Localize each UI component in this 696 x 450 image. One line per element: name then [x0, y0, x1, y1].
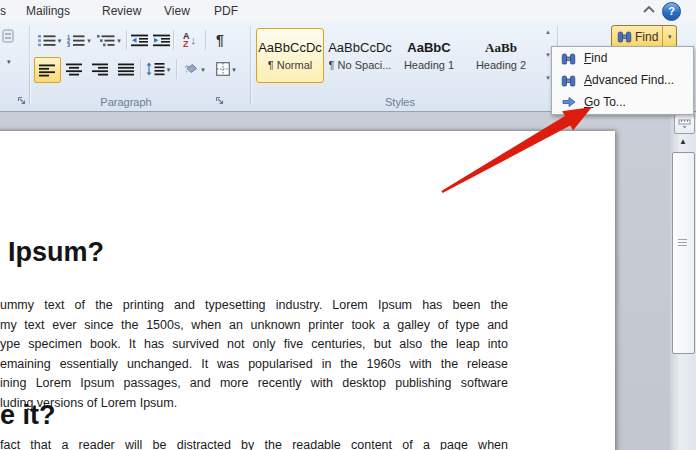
go-to-arrow-icon [553, 96, 584, 108]
dropdown-caret-icon: ▾ [87, 37, 91, 44]
style-name: ¶ Normal [268, 59, 312, 71]
align-center-button[interactable] [62, 57, 86, 81]
menu-item-advanced-find[interactable]: Advanced Find... [553, 69, 692, 91]
ruler-toggle-button[interactable] [674, 114, 695, 134]
doc-bottom-line-fragment: fact that a reader will be distracted by… [0, 436, 508, 450]
bullets-button[interactable]: ▾ [36, 29, 63, 51]
tab-pdf[interactable]: PDF [214, 0, 238, 22]
multilevel-list-icon [97, 34, 115, 47]
numbering-icon: 123 [67, 34, 85, 47]
dropdown-caret-icon: ▾ [167, 66, 171, 73]
doc-heading1-fragment: Ipsum? [8, 237, 104, 268]
help-button[interactable]: ? [662, 2, 681, 21]
sort-button[interactable]: AZ ↓ [176, 29, 203, 51]
borders-icon [216, 62, 230, 76]
style-preview: AaBbC [407, 40, 450, 56]
button-separator [205, 30, 206, 50]
dropdown-caret-icon: ▾ [201, 66, 205, 73]
doc-paragraph: ummy text of the printing and typesettin… [0, 296, 508, 414]
style-chip-normal[interactable]: AaBbCcDc ¶ Normal [256, 28, 324, 83]
multilevel-list-button[interactable]: ▾ [95, 29, 123, 51]
style-preview: AaBb [485, 40, 517, 56]
button-separator [140, 59, 141, 79]
thumb-grip-icon [678, 239, 687, 247]
scrollbar-thumb[interactable] [672, 152, 695, 354]
dropdown-caret-icon: ▾ [668, 33, 672, 40]
doc-line: ype specimen book. It has survived not o… [0, 335, 508, 355]
word-window: s Mailings Review View PDF ? ▾ ▾ 123 ▾ [0, 0, 696, 450]
ribbon-tab-bar: s Mailings Review View PDF ? [0, 0, 696, 22]
find-split-button[interactable]: Find ▾ [611, 25, 677, 48]
tab-view[interactable]: View [164, 0, 190, 22]
binoculars-icon [617, 30, 632, 43]
clipped-group-icon[interactable] [2, 28, 15, 44]
menu-item-label: Find [584, 51, 607, 65]
decrease-indent-button[interactable] [129, 29, 149, 51]
doc-heading2-fragment: e it? [0, 400, 56, 431]
align-left-icon [39, 64, 56, 77]
dropdown-caret-icon: ▾ [58, 37, 62, 44]
tab-mailings[interactable]: Mailings [26, 0, 70, 22]
style-chip-heading2[interactable]: AaBb Heading 2 [462, 28, 540, 83]
shading-button[interactable]: ▾ [179, 57, 209, 81]
dropdown-caret-icon: ▾ [117, 37, 121, 44]
decrease-indent-icon [131, 34, 148, 47]
scroll-up-button[interactable]: ▲ [672, 135, 694, 149]
style-name: ¶ No Spaci... [329, 59, 392, 71]
menu-item-go-to[interactable]: Go To... [553, 91, 692, 113]
numbering-button[interactable]: 123 ▾ [65, 29, 93, 51]
align-left-button[interactable] [34, 57, 61, 83]
binoculars-icon [553, 74, 584, 87]
style-preview: AaBbCcDc [258, 40, 322, 56]
tab-review[interactable]: Review [102, 0, 141, 22]
gallery-up-icon[interactable]: ▲ [545, 29, 551, 35]
style-name: Heading 1 [404, 59, 454, 71]
line-spacing-button[interactable]: ▾ [143, 57, 173, 81]
align-right-icon [92, 63, 109, 76]
find-dropdown-arrow[interactable]: ▾ [662, 26, 676, 47]
sort-icon: AZ [183, 32, 190, 48]
find-dropdown-menu: Find Advanced Find... Go To... [551, 46, 694, 115]
doc-line: luding versions of Lorem Ipsum. [0, 394, 508, 414]
style-chip-no-spacing[interactable]: AaBbCcDc ¶ No Spaci... [326, 28, 394, 83]
style-name: Heading 2 [476, 59, 526, 71]
style-preview: AaBbCcDc [328, 40, 392, 56]
group-separator [250, 26, 251, 104]
doc-line: ummy text of the printing and typesettin… [0, 296, 508, 316]
ruler-icon [678, 118, 691, 130]
find-button-main[interactable]: Find [612, 26, 662, 47]
sort-arrow-icon: ↓ [191, 34, 197, 46]
binoculars-icon [553, 52, 584, 65]
doc-line: my text ever since the 1500s, when an un… [0, 316, 508, 336]
pilcrow-icon: ¶ [216, 32, 224, 48]
align-right-button[interactable] [88, 57, 112, 81]
tab-references-partial[interactable]: s [0, 0, 6, 22]
justify-button[interactable] [114, 57, 138, 81]
paragraph-group-label: Paragraph [30, 96, 222, 108]
group-separator [29, 26, 30, 104]
button-separator [176, 59, 177, 79]
button-separator [126, 30, 127, 50]
svg-text:3: 3 [67, 42, 70, 47]
doc-line: ining Lorem Ipsum passages, and more rec… [0, 374, 508, 394]
font-dialog-launcher-icon[interactable] [17, 96, 27, 106]
align-center-icon [66, 63, 83, 76]
dropdown-caret-icon: ▾ [232, 66, 236, 73]
button-separator [173, 30, 174, 50]
borders-button[interactable]: ▾ [211, 57, 241, 81]
minimize-ribbon-icon[interactable] [642, 4, 656, 16]
menu-item-label: Advanced Find... [584, 73, 674, 87]
bullets-icon [38, 34, 56, 47]
increase-indent-icon [153, 34, 170, 47]
style-chip-heading1[interactable]: AaBbC Heading 1 [396, 28, 462, 83]
menu-item-label: Go To... [584, 95, 626, 109]
shading-bucket-icon [183, 62, 199, 76]
increase-indent-button[interactable] [151, 29, 171, 51]
doc-line: emaining essentially unchanged. It was p… [0, 355, 508, 375]
paragraph-dialog-launcher-icon[interactable] [215, 96, 225, 106]
styles-group-label: Styles [252, 96, 548, 108]
clipped-group-dropdown-icon[interactable]: ▾ [7, 58, 11, 65]
show-paragraph-marks-button[interactable]: ¶ [209, 29, 231, 51]
justify-icon [118, 63, 135, 76]
menu-item-find[interactable]: Find [553, 47, 692, 69]
